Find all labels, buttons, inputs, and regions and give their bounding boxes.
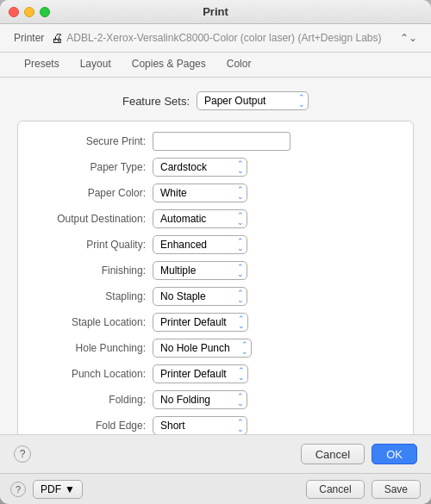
printer-label: Printer [14,32,44,44]
close-button[interactable] [9,7,19,17]
output-destination-select[interactable]: Automatic Top Tray [153,209,247,228]
output-destination-value: Automatic Top Tray [153,209,399,228]
form-row-secure-print: Secure Print: [32,132,399,151]
feature-sets-select[interactable]: Paper Output Image Quality [197,91,309,110]
paper-color-label: Paper Color: [32,187,153,199]
title-bar: Print [0,0,431,24]
feature-sets-label: Feature Sets: [122,95,190,108]
traffic-lights [9,7,50,17]
staple-location-value: Printer Default Top Left [153,313,399,332]
stapling-value: No Staple 1 Staple [153,287,399,306]
folding-value: No Folding Bi-Fold [153,390,399,409]
paper-color-select-wrapper[interactable]: White Color [153,184,247,202]
hole-punching-label: Hole Punching: [32,342,153,354]
punch-location-select-wrapper[interactable]: Printer Default Left [153,364,248,383]
form-row-hole-punching: Hole Punching: No Hole Punch 2 Hole 3 Ho… [32,339,399,358]
tab-presets[interactable]: Presets [14,53,70,77]
fold-edge-select[interactable]: Short Long [153,416,247,434]
tabs-row: Presets Layout Copies & Pages Color [0,53,431,78]
print-dialog: Print Printer 🖨 ADBL-2-Xerox-VersalinkC8… [0,0,431,504]
form-row-print-quality: Print Quality: Enhanced Standard High [32,235,399,254]
punch-location-select[interactable]: Printer Default Left [153,364,248,383]
hole-punching-value: No Hole Punch 2 Hole 3 Hole [153,339,399,358]
finishing-select-wrapper[interactable]: Multiple Single None [153,261,247,280]
form-row-output-destination: Output Destination: Automatic Top Tray [32,209,399,228]
print-quality-select[interactable]: Enhanced Standard High [153,235,247,254]
content-area: Feature Sets: Paper Output Image Quality… [0,78,431,434]
pdf-button[interactable]: PDF ▼ [33,480,83,499]
pdf-chevron-icon: ▼ [65,483,75,495]
form-row-folding: Folding: No Folding Bi-Fold [32,390,399,409]
sys-save-button[interactable]: Save [372,480,421,499]
output-destination-label: Output Destination: [32,213,153,225]
paper-type-select-wrapper[interactable]: Cardstock Plain [153,158,247,177]
form-row-paper-color: Paper Color: White Color [32,184,399,202]
help-button[interactable]: ? [14,445,31,463]
folding-select[interactable]: No Folding Bi-Fold [153,390,247,409]
form-row-staple-location: Staple Location: Printer Default Top Lef… [32,313,399,332]
minimize-button[interactable] [24,7,34,17]
form-panel: Secure Print: Paper Type: Cardstock Plai… [17,121,414,434]
sys-cancel-button[interactable]: Cancel [306,480,364,499]
staple-location-select[interactable]: Printer Default Top Left [153,313,248,332]
fold-edge-label: Fold Edge: [32,420,153,432]
tab-layout[interactable]: Layout [70,53,122,77]
folding-select-wrapper[interactable]: No Folding Bi-Fold [153,390,247,409]
folding-label: Folding: [32,394,153,406]
fold-edge-value: Short Long [153,416,399,434]
window-title: Print [203,5,228,18]
printer-name: ADBL-2-Xerox-VersalinkC8000-Color (color… [66,32,381,44]
ok-button[interactable]: OK [372,444,417,464]
print-quality-select-wrapper[interactable]: Enhanced Standard High [153,235,247,254]
form-row-finishing: Finishing: Multiple Single None [32,261,399,280]
tab-color[interactable]: Color [216,53,262,77]
punch-location-label: Punch Location: [32,368,153,380]
paper-type-label: Paper Type: [32,161,153,173]
form-row-paper-type: Paper Type: Cardstock Plain [32,158,399,177]
cancel-button[interactable]: Cancel [301,444,365,464]
staple-location-label: Staple Location: [32,316,153,328]
stapling-select[interactable]: No Staple 1 Staple [153,287,247,306]
print-quality-label: Print Quality: [32,239,153,251]
output-destination-select-wrapper[interactable]: Automatic Top Tray [153,209,247,228]
finishing-value: Multiple Single None [153,261,399,280]
paper-color-select[interactable]: White Color [153,184,247,202]
form-row-stapling: Stapling: No Staple 1 Staple [32,287,399,306]
feature-sets-select-wrapper[interactable]: Paper Output Image Quality [197,91,309,110]
button-bar: ? Cancel OK [0,434,431,473]
paper-type-value: Cardstock Plain [153,158,399,177]
system-help-button[interactable]: ? [10,482,26,497]
finishing-select[interactable]: Multiple Single None [153,261,247,280]
form-row-fold-edge: Fold Edge: Short Long [32,416,399,434]
punch-location-value: Printer Default Left [153,364,399,383]
zoom-button[interactable] [40,7,50,17]
printer-icon: 🖨 [51,31,63,45]
feature-sets-row: Feature Sets: Paper Output Image Quality [17,91,414,110]
secure-print-label: Secure Print: [32,135,153,147]
secure-print-input[interactable] [153,132,290,151]
finishing-label: Finishing: [32,264,153,277]
print-quality-value: Enhanced Standard High [153,235,399,254]
staple-location-select-wrapper[interactable]: Printer Default Top Left [153,313,248,332]
printer-chevron-icon: ⌃⌄ [400,32,417,44]
paper-color-value: White Color [153,184,399,202]
paper-type-select[interactable]: Cardstock Plain [153,158,247,177]
form-row-punch-location: Punch Location: Printer Default Left [32,364,399,383]
printer-select[interactable]: 🖨 ADBL-2-Xerox-VersalinkC8000-Color (col… [51,31,417,45]
system-bar: ? PDF ▼ Cancel Save [0,473,431,504]
fold-edge-select-wrapper[interactable]: Short Long [153,416,247,434]
stapling-label: Stapling: [32,290,153,302]
printer-row: Printer 🖨 ADBL-2-Xerox-VersalinkC8000-Co… [0,24,431,53]
secure-print-value [153,132,399,151]
pdf-label: PDF [41,483,61,495]
hole-punching-select[interactable]: No Hole Punch 2 Hole 3 Hole [153,339,252,358]
tab-copies-pages[interactable]: Copies & Pages [122,53,216,77]
hole-punching-select-wrapper[interactable]: No Hole Punch 2 Hole 3 Hole [153,339,252,358]
stapling-select-wrapper[interactable]: No Staple 1 Staple [153,287,247,306]
